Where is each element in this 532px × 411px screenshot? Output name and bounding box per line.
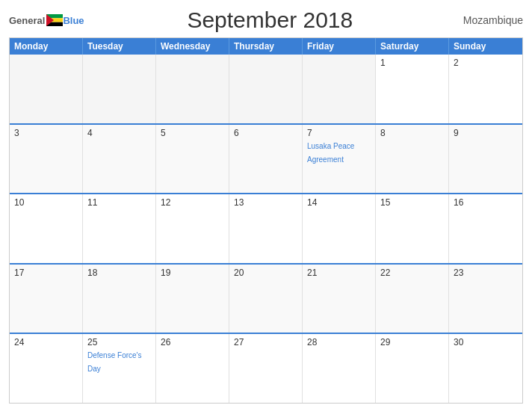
calendar-header: General Blue September 2018 Mozambique bbox=[9, 7, 523, 33]
week-row-2: 34567Lusaka Peace Agreement89 bbox=[10, 123, 522, 194]
day-number: 6 bbox=[234, 128, 297, 138]
logo: General Blue bbox=[9, 14, 84, 26]
day-cell-5-7: 30 bbox=[449, 334, 522, 403]
day-cell-5-1: 24 bbox=[10, 334, 83, 403]
day-cell-2-7: 9 bbox=[449, 125, 522, 194]
calendar-grid: Monday Tuesday Wednesday Thursday Friday… bbox=[9, 37, 523, 404]
day-number: 13 bbox=[234, 197, 297, 208]
day-cell-1-1 bbox=[10, 55, 83, 123]
day-cell-3-6: 15 bbox=[376, 194, 449, 263]
day-number: 20 bbox=[234, 268, 297, 278]
day-cell-2-5: 7Lusaka Peace Agreement bbox=[303, 125, 376, 194]
day-number: 2 bbox=[454, 58, 518, 68]
day-number: 17 bbox=[14, 268, 78, 278]
day-cell-4-1: 17 bbox=[10, 265, 83, 333]
day-number: 25 bbox=[87, 337, 151, 347]
day-number: 15 bbox=[380, 197, 444, 208]
logo-blue-text: Blue bbox=[63, 15, 84, 26]
logo-flag-icon bbox=[46, 14, 63, 26]
day-number: 27 bbox=[234, 337, 297, 347]
day-cell-5-3: 26 bbox=[156, 334, 229, 403]
day-cell-5-2: 25Defense Force's Day bbox=[83, 334, 156, 403]
day-number: 3 bbox=[14, 128, 78, 138]
day-cell-1-7: 2 bbox=[449, 55, 522, 123]
weeks-container: 1234567Lusaka Peace Agreement89101112131… bbox=[10, 55, 522, 403]
day-cell-1-2 bbox=[83, 55, 156, 123]
header-wednesday: Wednesday bbox=[156, 38, 229, 55]
header-saturday: Saturday bbox=[376, 38, 449, 55]
day-cell-1-4 bbox=[229, 55, 303, 123]
day-cell-5-4: 27 bbox=[229, 334, 303, 403]
day-number: 16 bbox=[454, 197, 518, 208]
day-number: 21 bbox=[307, 268, 371, 278]
day-number: 24 bbox=[14, 337, 78, 347]
day-number: 30 bbox=[454, 337, 518, 347]
day-cell-3-7: 16 bbox=[449, 194, 522, 263]
day-cell-5-6: 29 bbox=[376, 334, 449, 403]
event-label: Lusaka Peace Agreement bbox=[307, 142, 354, 164]
day-cell-2-6: 8 bbox=[376, 125, 449, 194]
day-cell-4-3: 19 bbox=[156, 265, 229, 333]
header-sunday: Sunday bbox=[449, 38, 522, 55]
logo-general-text: General bbox=[9, 15, 45, 26]
week-row-1: 12 bbox=[10, 55, 522, 123]
day-cell-1-5 bbox=[303, 55, 376, 123]
day-number: 23 bbox=[454, 268, 518, 278]
event-label: Defense Force's Day bbox=[87, 351, 142, 373]
day-number: 7 bbox=[307, 128, 371, 138]
header-friday: Friday bbox=[303, 38, 376, 55]
day-headers-row: Monday Tuesday Wednesday Thursday Friday… bbox=[10, 38, 522, 55]
day-number: 11 bbox=[87, 197, 151, 208]
day-number: 18 bbox=[87, 268, 151, 278]
week-row-4: 17181920212223 bbox=[10, 263, 522, 333]
day-cell-1-6: 1 bbox=[376, 55, 449, 123]
day-cell-2-2: 4 bbox=[83, 125, 156, 194]
day-number: 1 bbox=[380, 58, 444, 68]
day-cell-5-5: 28 bbox=[303, 334, 376, 403]
day-number: 5 bbox=[161, 128, 224, 138]
day-cell-3-2: 11 bbox=[83, 194, 156, 263]
day-cell-4-6: 22 bbox=[376, 265, 449, 333]
header-monday: Monday bbox=[10, 38, 83, 55]
day-cell-3-4: 13 bbox=[229, 194, 303, 263]
day-number: 9 bbox=[454, 128, 518, 138]
day-number: 14 bbox=[307, 197, 371, 208]
day-cell-3-1: 10 bbox=[10, 194, 83, 263]
calendar-container: General Blue September 2018 Mozambique M… bbox=[0, 0, 532, 411]
day-number: 19 bbox=[161, 268, 224, 278]
day-number: 12 bbox=[161, 197, 224, 208]
day-cell-1-3 bbox=[156, 55, 229, 123]
day-cell-2-4: 6 bbox=[229, 125, 303, 194]
day-cell-2-3: 5 bbox=[156, 125, 229, 194]
day-cell-4-7: 23 bbox=[449, 265, 522, 333]
day-number: 28 bbox=[307, 337, 371, 347]
day-number: 8 bbox=[380, 128, 444, 138]
day-number: 29 bbox=[380, 337, 444, 347]
day-cell-2-1: 3 bbox=[10, 125, 83, 194]
week-row-3: 10111213141516 bbox=[10, 193, 522, 263]
day-number: 10 bbox=[14, 197, 78, 208]
header-thursday: Thursday bbox=[229, 38, 303, 55]
day-number: 22 bbox=[380, 268, 444, 278]
calendar-title: September 2018 bbox=[84, 7, 456, 33]
day-cell-4-5: 21 bbox=[303, 265, 376, 333]
day-cell-3-3: 12 bbox=[156, 194, 229, 263]
day-cell-4-2: 18 bbox=[83, 265, 156, 333]
week-row-5: 2425Defense Force's Day2627282930 bbox=[10, 333, 522, 403]
day-cell-4-4: 20 bbox=[229, 265, 303, 333]
country-label: Mozambique bbox=[456, 14, 523, 26]
day-number: 26 bbox=[161, 337, 224, 347]
day-cell-3-5: 14 bbox=[303, 194, 376, 263]
header-tuesday: Tuesday bbox=[83, 38, 156, 55]
day-number: 4 bbox=[87, 128, 151, 138]
